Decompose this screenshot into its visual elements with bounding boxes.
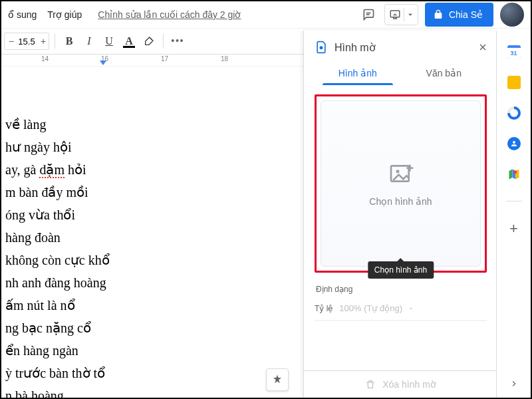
choose-image-label: Chọn hình ảnh: [369, 196, 432, 207]
document-line[interactable]: n bà hoàng: [5, 384, 294, 398]
close-icon: [477, 42, 488, 53]
svg-point-5: [396, 170, 399, 173]
choose-image-tooltip: Chọn hình ảnh: [368, 261, 434, 279]
image-placeholder-icon: [388, 160, 414, 187]
present-icon: [388, 9, 402, 21]
tab-text[interactable]: Văn bản: [401, 61, 487, 85]
maps-app-icon[interactable]: [507, 168, 521, 181]
document-line[interactable]: ển hàng ngàn: [5, 339, 294, 362]
explore-icon: [271, 374, 283, 386]
font-size-control[interactable]: − +: [4, 33, 49, 50]
scale-select-value: 100% (Tự động): [339, 303, 402, 313]
document-line[interactable]: ỳ trước bàn thờ tổ: [5, 362, 294, 384]
explore-button[interactable]: [266, 368, 289, 391]
indent-marker[interactable]: [100, 61, 106, 65]
tutorial-highlight: Chọn hình ảnh Chọn hình ảnh: [315, 94, 487, 273]
bold-button[interactable]: B: [61, 33, 78, 50]
delete-watermark-label: Xóa hình mờ: [382, 379, 436, 390]
lock-icon: [433, 9, 444, 20]
panel-scrollbar[interactable]: [315, 320, 487, 321]
document-line[interactable]: ấm nút là nổ: [5, 294, 294, 317]
tasks-app-icon[interactable]: ✓: [507, 106, 521, 120]
document-line[interactable]: ay, gà dặm hỏi: [5, 158, 294, 181]
highlight-button[interactable]: [140, 33, 158, 50]
ruler-mark: 17: [161, 55, 168, 63]
document-line[interactable]: về làng: [5, 113, 294, 136]
document-canvas[interactable]: về lànghư ngày hộiay, gà dặm hỏim bàn đầ…: [1, 66, 294, 398]
format-section-label: Định dạng: [316, 285, 485, 294]
chevron-down-icon: [408, 305, 414, 312]
font-size-decrease[interactable]: −: [5, 33, 17, 49]
comments-icon[interactable]: [359, 5, 378, 24]
choose-image-dropzone[interactable]: Chọn hình ảnh: [321, 100, 481, 267]
document-line[interactable]: hàng đoàn: [5, 226, 294, 249]
text-color-button[interactable]: A: [120, 33, 138, 50]
keep-app-icon[interactable]: [507, 76, 521, 89]
delete-watermark-button[interactable]: Xóa hình mờ: [304, 370, 497, 398]
italic-button[interactable]: I: [80, 33, 98, 50]
get-addons-button[interactable]: +: [509, 221, 518, 236]
document-line[interactable]: nh anh đàng hoàng: [5, 271, 294, 294]
font-size-input[interactable]: [17, 36, 37, 47]
share-button-label: Chia Sẻ: [449, 9, 483, 20]
document-line[interactable]: không còn cực khổ: [5, 249, 294, 271]
panel-title: Hình mờ: [334, 41, 471, 54]
svg-point-8: [513, 170, 517, 174]
document-line[interactable]: m bàn đầy mồi: [5, 181, 294, 203]
scale-label: Tỷ lệ: [315, 304, 332, 313]
tab-image[interactable]: Hình ảnh: [315, 61, 401, 85]
document-line[interactable]: ng bạc nặng cổ: [5, 317, 294, 339]
account-avatar[interactable]: [500, 3, 524, 27]
side-rail: ✓ +: [496, 31, 531, 398]
present-dropdown[interactable]: [384, 4, 418, 25]
share-button[interactable]: Chia Sẻ: [425, 3, 493, 27]
document-line[interactable]: óng vừa thổi: [5, 203, 294, 226]
scale-select[interactable]: 100% (Tự động): [339, 303, 414, 313]
menu-help[interactable]: Trợ giúp: [43, 7, 86, 23]
spelling-error[interactable]: dặm: [39, 162, 65, 178]
contacts-app-icon[interactable]: [507, 137, 521, 150]
calendar-app-icon[interactable]: [507, 45, 521, 59]
collapse-rail-button[interactable]: [509, 379, 519, 388]
chevron-down-icon: [406, 9, 415, 21]
underline-button[interactable]: U: [100, 33, 118, 50]
menu-addons[interactable]: ổ sung: [4, 7, 41, 23]
trash-icon: [365, 379, 376, 390]
font-size-increase[interactable]: +: [37, 33, 49, 49]
ruler-mark: 18: [221, 55, 228, 63]
watermark-panel: Hình mờ Hình ảnh Văn bản Chọn hình ả: [303, 31, 497, 398]
watermark-icon: [315, 40, 328, 55]
chevron-right-icon: [509, 379, 519, 388]
toolbar-more[interactable]: •••: [169, 33, 186, 50]
revision-history-link[interactable]: Chỉnh sửa lần cuối cách đây 2 giờ: [94, 7, 245, 23]
ruler-mark: 14: [41, 55, 49, 63]
document-line[interactable]: hư ngày hội: [5, 136, 294, 158]
panel-close-button[interactable]: [477, 42, 488, 53]
svg-point-3: [320, 46, 323, 49]
